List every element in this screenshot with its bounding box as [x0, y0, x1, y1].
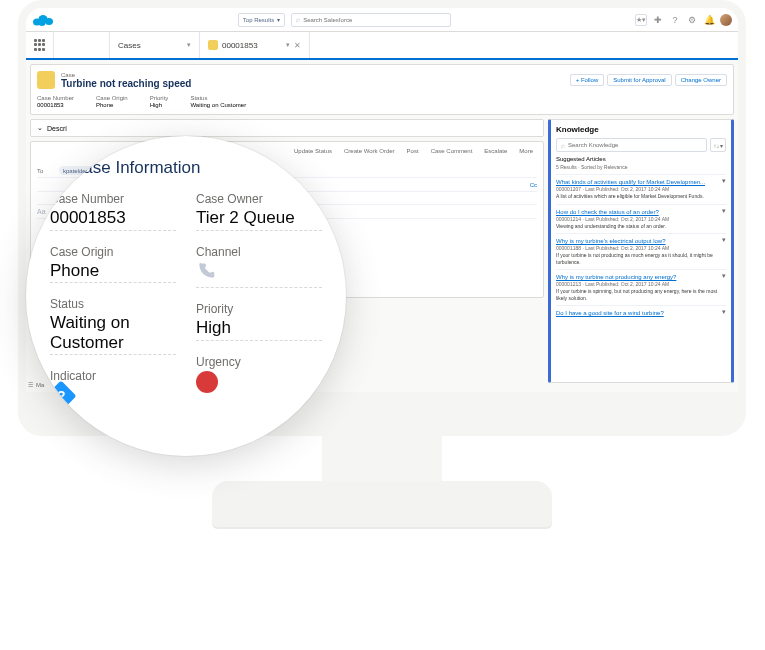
formatting-icon[interactable]: Aa — [37, 208, 46, 215]
field-case-origin: Case Origin Phone — [50, 245, 176, 284]
waffle-icon — [34, 39, 46, 51]
knowledge-panel: Knowledge ⌕ ↑↓▾ Suggested Articles 5 Res… — [548, 119, 734, 383]
field-indicator: Indicator ? — [50, 369, 176, 409]
search-scope-label: Top Results — [243, 17, 274, 23]
record-header: Case Turbine not reaching speed + Follow… — [30, 64, 734, 115]
record-title: Turbine not reaching speed — [61, 78, 564, 89]
case-icon — [208, 40, 218, 50]
change-owner-button[interactable]: Change Owner — [675, 74, 727, 86]
action-post[interactable]: Post — [403, 146, 423, 156]
cc-toggle[interactable]: Cc — [530, 182, 537, 188]
article-menu-icon[interactable]: ▾ — [722, 272, 726, 280]
salesforce-logo — [32, 13, 54, 27]
highlight-status: StatusWaiting on Customer — [190, 95, 246, 108]
chevron-down-icon[interactable]: ▾ — [286, 41, 290, 49]
field-priority: Priority High — [196, 302, 322, 341]
global-topbar: Top Results ▾ ⌕ ★▾ ✚ ? ⚙ 🔔 — [26, 8, 738, 32]
article-title-link[interactable]: How do I check the status of an order? — [556, 209, 726, 215]
field-case-number: Case Number 00001853 — [50, 192, 176, 231]
tab-label: 00001853 — [222, 41, 258, 50]
knowledge-article[interactable]: Do I have a good site for a wind turbine… — [556, 305, 726, 321]
article-description: A list of activities which are eligible … — [556, 193, 726, 200]
article-meta: 000001214 · Last Published: Oct 2, 2017 … — [556, 216, 726, 222]
field-channel: Channel — [196, 245, 322, 289]
article-meta: 000001213 · Last Published: Oct 2, 2017 … — [556, 281, 726, 287]
field-status: Status Waiting on Customer — [50, 297, 176, 355]
workspace-tabbar: Cases ▾ 00001853 ▾ ✕ — [26, 32, 738, 60]
phone-icon — [196, 261, 216, 281]
magnify-overlay: ⌄ Case Information Case Number 00001853 … — [26, 136, 346, 456]
search-scope-select[interactable]: Top Results ▾ — [238, 13, 285, 27]
global-search-input[interactable] — [303, 17, 446, 23]
case-icon — [37, 71, 55, 89]
knowledge-article[interactable]: Why is my turbine not producing any ener… — [556, 269, 726, 305]
search-icon: ⌕ — [561, 142, 565, 149]
urgency-icon — [196, 371, 218, 393]
setup-gear-icon[interactable]: ⚙ — [686, 14, 698, 26]
article-title-link[interactable]: Do I have a good site for a wind turbine… — [556, 310, 726, 316]
follow-button[interactable]: + Follow — [570, 74, 605, 86]
action-create-work-order[interactable]: Create Work Order — [340, 146, 399, 156]
field-case-owner: Case Owner Tier 2 Queue — [196, 192, 322, 231]
favorites-icon[interactable]: ★▾ — [635, 14, 647, 26]
article-title-link[interactable]: What kinds of activities qualify for Mar… — [556, 179, 726, 185]
article-description: Viewing and understanding the status of … — [556, 223, 726, 230]
chevron-down-icon[interactable]: ▾ — [187, 41, 191, 49]
field-urgency: Urgency — [196, 355, 322, 395]
article-title-link[interactable]: Why is my turbine's electrical output lo… — [556, 238, 726, 244]
app-launcher[interactable] — [26, 32, 54, 58]
tab-label: Cases — [118, 41, 141, 50]
knowledge-search[interactable]: ⌕ — [556, 138, 707, 152]
article-menu-icon[interactable]: ▾ — [722, 207, 726, 215]
knowledge-search-input[interactable] — [568, 142, 702, 148]
monitor-stand-neck — [322, 436, 442, 482]
knowledge-sort-button[interactable]: ↑↓▾ — [710, 138, 726, 152]
user-avatar[interactable] — [720, 14, 732, 26]
svg-point-3 — [39, 20, 46, 26]
article-menu-icon[interactable]: ▾ — [722, 177, 726, 185]
search-icon: ⌕ — [296, 16, 300, 23]
close-tab-icon[interactable]: ✕ — [294, 41, 301, 50]
article-menu-icon[interactable]: ▾ — [722, 308, 726, 316]
highlight-case-origin: Case OriginPhone — [96, 95, 128, 108]
knowledge-title: Knowledge — [556, 125, 726, 134]
description-section[interactable]: ⌄Descri — [30, 119, 544, 137]
record-highlights: Case Number00001853 Case OriginPhone Pri… — [37, 95, 727, 108]
svg-point-2 — [45, 18, 53, 25]
article-description: If your turbine is spinning, but not pro… — [556, 288, 726, 301]
monitor-stand-base — [212, 481, 552, 529]
section-title: Descri — [47, 125, 67, 132]
knowledge-article[interactable]: Why is my turbine's electrical output lo… — [556, 233, 726, 269]
action-escalate[interactable]: Escalate — [480, 146, 511, 156]
article-meta: 000001188 · Last Published: Oct 2, 2017 … — [556, 245, 726, 251]
add-icon[interactable]: ✚ — [652, 14, 664, 26]
action-more[interactable]: More — [515, 146, 537, 156]
action-case-comment[interactable]: Case Comment — [427, 146, 477, 156]
left-peek-label: ☰ Ma — [28, 381, 44, 388]
global-search[interactable]: ⌕ — [291, 13, 451, 27]
article-meta: 000001207 · Last Published: Oct 2, 2017 … — [556, 186, 726, 192]
chevron-down-icon: ▾ — [277, 16, 280, 23]
suggested-articles-label: Suggested Articles — [556, 156, 726, 162]
notifications-icon[interactable]: 🔔 — [703, 14, 715, 26]
highlight-priority: PriorityHigh — [150, 95, 169, 108]
article-description: If your turbine is not producing as much… — [556, 252, 726, 265]
chevron-down-icon: ⌄ — [37, 124, 43, 132]
tab-case-record[interactable]: 00001853 ▾ ✕ — [200, 32, 310, 58]
tab-cases[interactable]: Cases ▾ — [110, 32, 200, 58]
knowledge-article[interactable]: How do I check the status of an order?00… — [556, 204, 726, 234]
knowledge-article[interactable]: What kinds of activities qualify for Mar… — [556, 174, 726, 204]
help-icon[interactable]: ? — [669, 14, 681, 26]
action-update-status[interactable]: Update Status — [290, 146, 336, 156]
submit-approval-button[interactable]: Submit for Approval — [607, 74, 671, 86]
highlight-case-number: Case Number00001853 — [37, 95, 74, 108]
results-meta: 5 Results · Sorted by Relevance — [556, 164, 726, 170]
article-menu-icon[interactable]: ▾ — [722, 236, 726, 244]
article-title-link[interactable]: Why is my turbine not producing any ener… — [556, 274, 726, 280]
